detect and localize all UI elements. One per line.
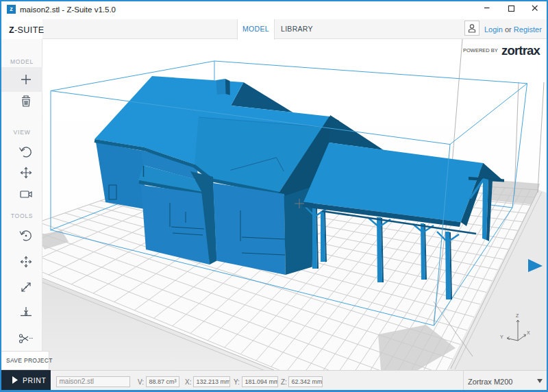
svg-text:PRINT: PRINT [23,376,47,384]
svg-text:zortrax: zortrax [501,43,541,58]
svg-text:POWERED BY: POWERED BY [463,47,498,53]
svg-text:Y: Y [500,334,503,339]
svg-text:X: X [527,330,530,335]
svg-text:Z: Z [516,313,519,318]
